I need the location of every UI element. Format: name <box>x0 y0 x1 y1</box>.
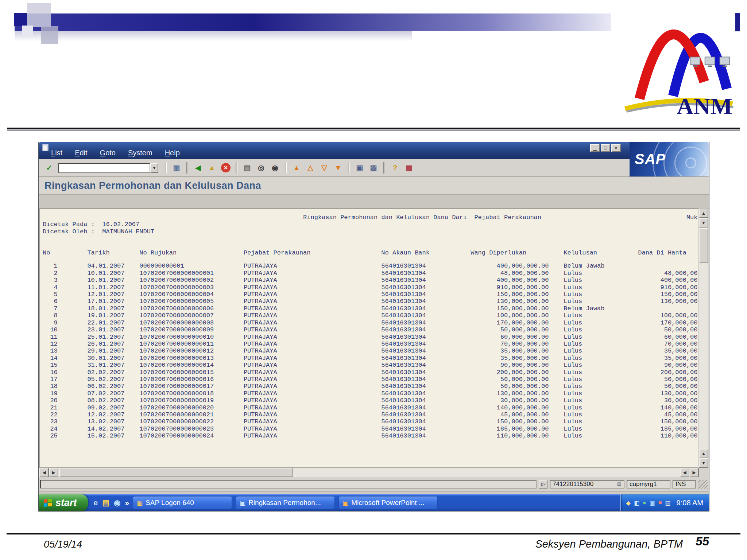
status-session-field[interactable]: 741220115300 ▤ <box>550 480 624 489</box>
table-row: 22 12.02.2007 10702007000000000021 PUTRA… <box>43 411 698 418</box>
footer-rule <box>7 533 740 534</box>
page-down-icon[interactable]: ▽ <box>318 162 331 174</box>
column-header-rule <box>43 258 697 258</box>
save-icon[interactable]: ▦ <box>170 162 183 174</box>
tray-scheduler-icon[interactable]: ▣ <box>650 499 655 506</box>
scroll-up-icon[interactable]: ▲ <box>699 449 708 458</box>
table-row: 9 22.01.2007 10702007000000000008 PUTRAJ… <box>43 319 698 326</box>
report-line <box>43 235 698 242</box>
find-icon[interactable]: ◎ <box>255 162 268 174</box>
table-row: 2 10.01.2007 10702007000000000001 PUTRAJ… <box>43 270 698 277</box>
toolbar-separator <box>348 162 350 174</box>
menu-bar: ListEditGotoSystemHelp <box>51 149 180 157</box>
internet-explorer-icon[interactable]: e <box>94 498 98 507</box>
tray-network-icon[interactable]: ◧ <box>634 499 639 506</box>
menu-system[interactable]: System <box>128 149 152 157</box>
taskbar-button-sap-logon-icon: ▦ <box>137 499 143 507</box>
back-icon[interactable]: ◀ <box>191 162 205 174</box>
scroll-up-icon[interactable]: ▲ <box>699 209 708 218</box>
start-button[interactable]: start <box>39 494 88 511</box>
taskbar-button-powerpoint[interactable]: ▣Microsoft PowerPoint ... <box>338 496 438 509</box>
status-expand-icon[interactable]: ▷ <box>539 480 547 489</box>
menu-goto[interactable]: Goto <box>100 149 116 157</box>
exit-icon[interactable]: ▲ <box>205 162 218 174</box>
vertical-scroll-track[interactable] <box>699 228 708 449</box>
tray-save-icon[interactable]: ▤ <box>665 499 670 506</box>
table-row: 6 17.01.2007 10702007000000000005 PUTRAJ… <box>43 298 698 305</box>
top-banner-shadow <box>15 31 412 41</box>
menu-list[interactable]: List <box>51 149 62 157</box>
system-tray: ◆◧●▣■▤ 9:08 AM <box>620 494 709 511</box>
tray-status-green-icon[interactable]: ● <box>643 499 646 506</box>
scroll-right-icon[interactable]: ▶ <box>49 468 58 477</box>
table-row: 18 06.02.2007 10702007000000000017 PUTRA… <box>43 383 698 390</box>
horizontal-scroll-thumb[interactable] <box>59 468 293 477</box>
menu-edit[interactable]: Edit <box>75 149 87 157</box>
minimize-button[interactable]: ▁ <box>590 144 600 152</box>
scroll-left-icon[interactable]: ◀ <box>39 468 49 477</box>
close-button[interactable]: × <box>611 144 621 152</box>
dropdown-icon[interactable]: ▾ <box>150 163 158 173</box>
report-list: Ringkasan Permohonan dan Kelulusan Dana … <box>39 209 698 468</box>
decor-square <box>22 26 33 36</box>
windows-logo-icon <box>44 499 52 507</box>
table-row: 21 09.02.2007 10702007000000000020 PUTRA… <box>43 404 698 411</box>
cancel-icon[interactable]: × <box>221 163 231 172</box>
shortcut-icon[interactable]: ▨ <box>367 162 380 174</box>
taskbar-button-sap-logon[interactable]: ▦SAP Logon 640 <box>133 496 232 509</box>
horizontal-scrollbar[interactable]: ◀ ▶ ◀ ▶ <box>39 468 709 477</box>
table-row: 3 10.01.2007 10702007000000000002 PUTRAJ… <box>43 277 698 284</box>
system-menu-icon[interactable] <box>42 144 49 151</box>
anm-logo-text: ANM <box>677 93 732 118</box>
taskbar-button-ringkasan-icon: ▣ <box>240 499 245 507</box>
page-up-icon[interactable]: △ <box>304 162 317 174</box>
command-field[interactable] <box>58 163 150 173</box>
horizontal-scroll-track[interactable] <box>58 468 680 477</box>
tray-pen-icon[interactable]: ◆ <box>626 499 631 506</box>
chevron-more-icon[interactable]: » <box>125 498 129 507</box>
sap-screenshot: ListEditGotoSystemHelp ▁□× SAP ✓ ▾ ▦◀▲×▤… <box>38 142 709 512</box>
enter-button[interactable]: ✓ <box>43 162 56 174</box>
table-row: 19 07.02.2007 10702007000000000018 PUTRA… <box>43 390 698 397</box>
scrollbar-corner <box>699 468 708 477</box>
customize-layout-icon[interactable]: ▦ <box>402 162 415 174</box>
toolbar-separator <box>186 162 188 174</box>
resize-grip[interactable] <box>698 480 708 489</box>
scroll-down-icon[interactable]: ▼ <box>699 458 708 468</box>
scroll-left-icon[interactable]: ◀ <box>680 468 689 477</box>
find-next-icon[interactable]: ◉ <box>268 162 282 174</box>
vertical-scroll-thumb[interactable] <box>699 228 708 263</box>
media-player-icon[interactable]: ◉ <box>114 498 120 507</box>
status-message-field <box>40 480 537 489</box>
status-session-id: 741220115300 <box>553 481 593 488</box>
screen-title: Ringkasan Permohonan dan Kelulusan Dana <box>44 180 261 191</box>
table-row: 23 13.02.2007 10702007000000000022 PUTRA… <box>43 418 698 425</box>
menu-help[interactable]: Help <box>165 149 180 157</box>
help-icon[interactable]: ? <box>388 162 402 174</box>
show-desktop-icon[interactable]: ▤ <box>102 498 109 507</box>
scroll-right-icon[interactable]: ▶ <box>689 468 699 477</box>
taskbar-button-ringkasan[interactable]: ▣Ringkasan Permohon... <box>236 496 335 509</box>
tray-alert-icon[interactable]: ■ <box>658 499 662 506</box>
taskbar: start e▤◉» ▦SAP Logon 640▣Ringkasan Perm… <box>39 494 709 511</box>
start-label: start <box>55 497 77 509</box>
print-icon[interactable]: ▤ <box>241 162 254 174</box>
toolbar-separator <box>383 162 385 174</box>
restore-button[interactable]: □ <box>601 144 610 152</box>
vertical-scrollbar[interactable]: ▲ ▼ ▲ ▼ <box>699 209 708 468</box>
report-printed-by: Dicetak Oleh : MAIMUNAH ENDUT <box>43 228 698 235</box>
footer-date: 05/19/14 <box>44 539 82 550</box>
scroll-down-icon[interactable]: ▼ <box>699 218 708 228</box>
last-page-icon[interactable]: ▼ <box>332 162 345 174</box>
application-toolbar <box>39 195 709 209</box>
task-buttons: ▦SAP Logon 640▣Ringkasan Permohon...▣Mic… <box>133 496 438 509</box>
taskbar-button-powerpoint-icon: ▣ <box>342 499 348 507</box>
status-system-field[interactable]: cupmyrg1 <box>627 480 670 489</box>
toolbar-separator <box>236 162 237 174</box>
report-page-header: Ringkasan Permohonan dan Kelulusan Dana … <box>43 214 698 221</box>
status-insert-mode[interactable]: INS <box>673 480 696 489</box>
new-session-icon[interactable]: ▣ <box>353 162 366 174</box>
first-page-icon[interactable]: ▲ <box>290 162 303 174</box>
decor-square <box>27 3 51 27</box>
tray-icons: ◆◧●▣■▤ <box>626 499 671 506</box>
